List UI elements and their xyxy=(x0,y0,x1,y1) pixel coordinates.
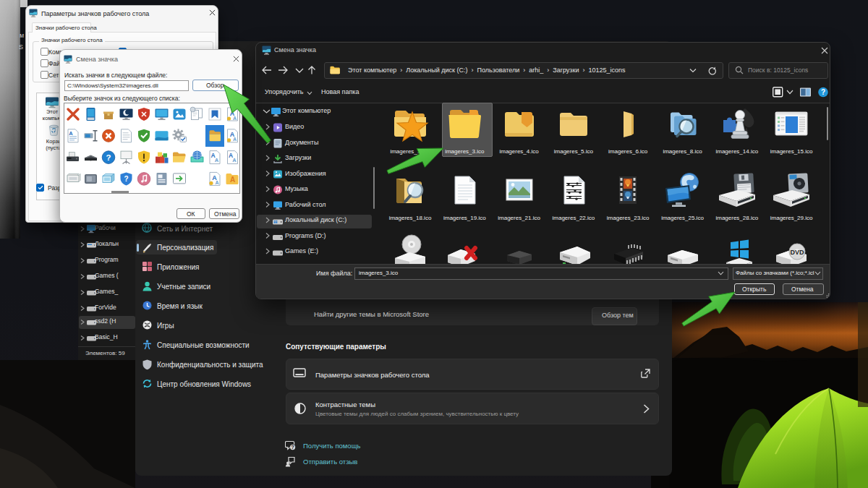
svg-text:A: A xyxy=(233,116,237,121)
svg-text:?: ? xyxy=(124,175,128,183)
svg-text:A: A xyxy=(232,157,237,163)
svg-text:?: ? xyxy=(106,153,111,162)
svg-text:A: A xyxy=(230,176,235,184)
svg-text:A: A xyxy=(215,157,219,163)
svg-text:?: ? xyxy=(291,444,294,450)
svg-text:A: A xyxy=(215,180,218,185)
svg-text:?: ? xyxy=(821,88,825,96)
svg-text:A: A xyxy=(233,137,237,142)
svg-text:DVD: DVD xyxy=(791,249,805,256)
svg-text:A: A xyxy=(69,130,73,137)
